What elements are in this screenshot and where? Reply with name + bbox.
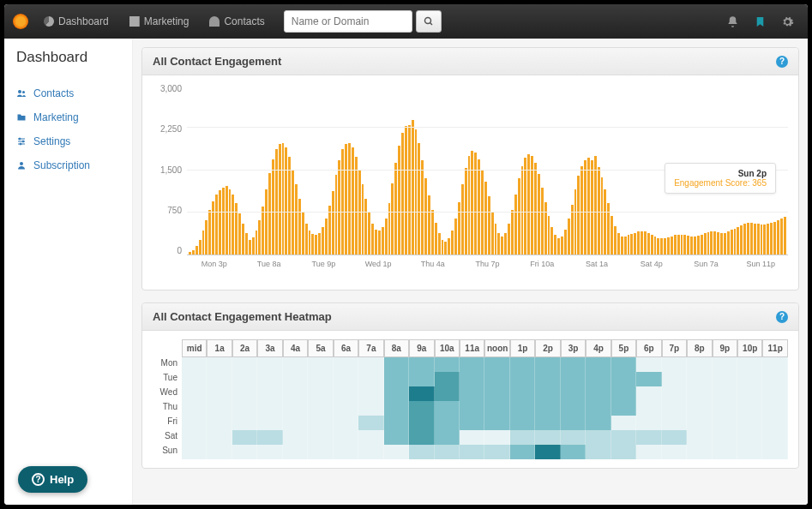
bar[interactable]	[621, 237, 623, 254]
heatmap-cell[interactable]	[762, 401, 787, 416]
bar[interactable]	[548, 216, 550, 254]
heatmap-cell[interactable]	[713, 430, 737, 445]
heatmap-cell[interactable]	[713, 445, 737, 459]
bar[interactable]	[754, 224, 756, 254]
bar[interactable]	[531, 156, 533, 254]
heatmap-cell[interactable]	[207, 416, 232, 430]
bar[interactable]	[279, 144, 281, 254]
heatmap-cell[interactable]	[409, 416, 434, 430]
heatmap-cell[interactable]	[687, 357, 712, 372]
bar[interactable]	[355, 157, 358, 254]
bar[interactable]	[478, 159, 480, 254]
bar[interactable]	[644, 231, 647, 254]
heatmap-cell[interactable]	[510, 416, 535, 430]
bar[interactable]	[707, 232, 710, 254]
heatmap-cell[interactable]	[586, 372, 611, 386]
heatmap-cell[interactable]	[586, 416, 611, 430]
bar[interactable]	[322, 227, 324, 254]
bar[interactable]	[614, 226, 617, 254]
heatmap-cell[interactable]	[662, 386, 687, 401]
bar[interactable]	[701, 235, 703, 254]
bar[interactable]	[431, 210, 434, 254]
bar[interactable]	[222, 188, 225, 254]
heatmap-cell[interactable]	[384, 416, 409, 430]
heatmap-cell[interactable]	[308, 445, 333, 459]
heatmap-cell[interactable]	[308, 401, 333, 416]
heatmap-cell[interactable]	[334, 416, 358, 430]
bar[interactable]	[232, 195, 234, 254]
bar[interactable]	[761, 225, 763, 254]
heatmap-cell[interactable]	[535, 401, 560, 416]
bar[interactable]	[564, 230, 567, 254]
bar[interactable]	[628, 235, 630, 254]
bar[interactable]	[763, 225, 766, 254]
heatmap-cell[interactable]	[713, 416, 737, 430]
bar[interactable]	[451, 231, 454, 254]
heatmap-cell[interactable]	[182, 430, 207, 445]
bar[interactable]	[199, 240, 201, 254]
heatmap-cell[interactable]	[460, 401, 484, 416]
bar[interactable]	[454, 219, 457, 254]
bar[interactable]	[617, 233, 620, 254]
heatmap-cell[interactable]	[409, 386, 434, 401]
heatmap-cell[interactable]	[762, 372, 787, 386]
heatmap-cell[interactable]	[283, 416, 308, 430]
heatmap-cell[interactable]	[207, 445, 232, 459]
bar[interactable]	[371, 224, 374, 254]
heatmap-cell[interactable]	[182, 401, 207, 416]
bar[interactable]	[687, 236, 689, 254]
bar[interactable]	[282, 143, 285, 254]
heatmap-cell[interactable]	[535, 445, 560, 459]
bar[interactable]	[428, 195, 430, 254]
heatmap-cell[interactable]	[257, 445, 282, 459]
heatmap-cell[interactable]	[713, 386, 737, 401]
heatmap-cell[interactable]	[636, 445, 661, 459]
heatmap-cell[interactable]	[636, 357, 661, 372]
bar[interactable]	[524, 158, 526, 254]
heatmap-cell[interactable]	[207, 357, 232, 372]
bar[interactable]	[660, 238, 663, 254]
bar[interactable]	[488, 196, 490, 254]
bar[interactable]	[256, 231, 258, 254]
bar[interactable]	[710, 231, 713, 254]
bar[interactable]	[591, 160, 593, 254]
heatmap-cell[interactable]	[762, 445, 787, 459]
bar[interactable]	[215, 195, 218, 254]
heatmap-cell[interactable]	[586, 430, 611, 445]
heatmap-cell[interactable]	[257, 357, 282, 372]
bar[interactable]	[438, 233, 441, 254]
sidebar-item-marketing[interactable]: Marketing	[16, 105, 120, 129]
bar[interactable]	[667, 237, 670, 254]
bar[interactable]	[737, 227, 739, 255]
heatmap-cell[interactable]	[535, 430, 560, 445]
bar[interactable]	[497, 233, 500, 254]
bar[interactable]	[265, 189, 268, 254]
heatmap-cell[interactable]	[687, 430, 712, 445]
sidebar-item-settings[interactable]: Settings	[16, 129, 120, 153]
bar[interactable]	[195, 246, 198, 254]
heatmap-cell[interactable]	[207, 386, 232, 401]
bar[interactable]	[511, 210, 514, 254]
nav-contacts[interactable]: Contacts	[201, 10, 273, 33]
heatmap-cell[interactable]	[460, 416, 484, 430]
heatmap-cell[interactable]	[561, 357, 586, 372]
bar[interactable]	[550, 227, 553, 254]
heatmap-cell[interactable]	[510, 372, 535, 386]
bar[interactable]	[405, 126, 407, 254]
bar[interactable]	[690, 237, 693, 254]
heatmap-cell[interactable]	[358, 401, 383, 416]
bar[interactable]	[258, 220, 261, 254]
bar[interactable]	[740, 225, 743, 254]
heatmap-cell[interactable]	[636, 401, 661, 416]
heatmap-cell[interactable]	[535, 416, 560, 430]
heatmap-cell[interactable]	[409, 401, 434, 416]
heatmap-cell[interactable]	[358, 416, 383, 430]
bar[interactable]	[731, 230, 733, 254]
heatmap-cell[interactable]	[435, 357, 460, 372]
heatmap-cell[interactable]	[232, 416, 257, 430]
heatmap-cell[interactable]	[484, 357, 509, 372]
heatmap-cell[interactable]	[737, 430, 762, 445]
bar[interactable]	[514, 195, 517, 254]
heatmap-cell[interactable]	[207, 430, 232, 445]
heatmap-cell[interactable]	[283, 372, 308, 386]
